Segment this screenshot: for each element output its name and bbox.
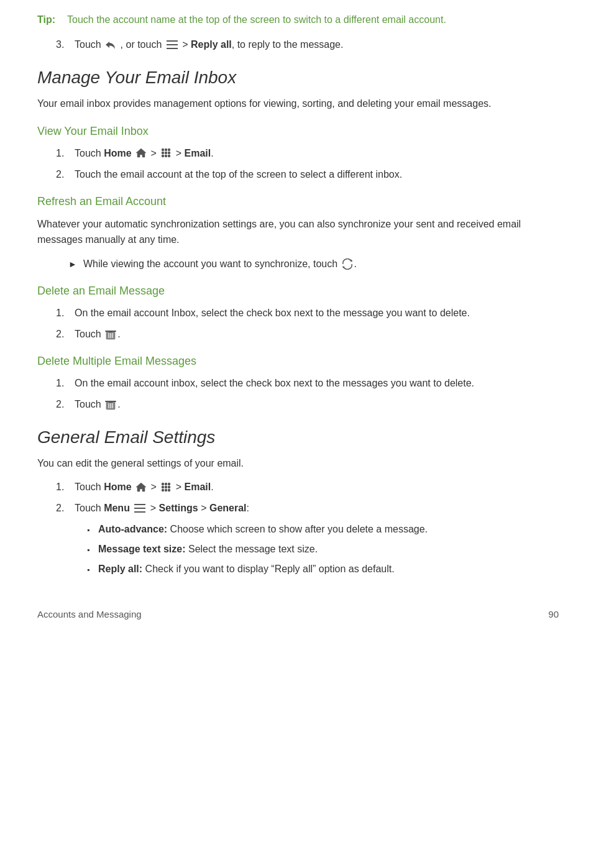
refresh-account-title: Refresh an Email Account bbox=[37, 193, 559, 210]
delete-msg-step2-num: 2. bbox=[56, 327, 71, 342]
sub-bullet-auto-advance: ▪ Auto-advance: Choose which screen to s… bbox=[87, 522, 559, 537]
auto-advance-term: Auto-advance: bbox=[98, 524, 167, 534]
delete-multi-step2-text: Touch . bbox=[75, 397, 121, 412]
gen-settings-step1: 1. Touch Home > > Email. bbox=[56, 480, 559, 495]
svg-rect-22 bbox=[105, 401, 116, 402]
sub-bullet-msg-text-size: ▪ Message text size: Select the message … bbox=[87, 542, 559, 557]
svg-point-10 bbox=[165, 155, 167, 157]
grid-icon-1 bbox=[160, 147, 172, 159]
delete-msg-step1-num: 1. bbox=[56, 306, 71, 321]
svg-rect-0 bbox=[167, 40, 178, 42]
general-settings-title: General Email Settings bbox=[37, 424, 559, 450]
delete-msg-step1-text: On the email account Inbox, select the c… bbox=[75, 306, 470, 321]
view-step1-num: 1. bbox=[56, 146, 71, 161]
view-inbox-title: View Your Email Inbox bbox=[37, 123, 559, 140]
svg-point-30 bbox=[165, 486, 167, 488]
svg-marker-12 bbox=[351, 259, 353, 262]
refresh-bullet-text: While viewing the account you want to sy… bbox=[83, 257, 357, 272]
email-keyword-2: Email bbox=[185, 482, 211, 492]
view-step1-text: Touch Home > > Email. bbox=[75, 146, 214, 161]
svg-point-31 bbox=[168, 486, 170, 488]
bullet-arrow-icon: ► bbox=[68, 258, 78, 271]
svg-marker-13 bbox=[342, 266, 344, 268]
gen-step1-text: Touch Home > > Email. bbox=[75, 480, 214, 495]
delete-message-title: Delete an Email Message bbox=[37, 283, 559, 299]
view-inbox-step1: 1. Touch Home > > Email. bbox=[56, 146, 559, 161]
sub-bullet-text-1: Auto-advance: Choose which screen to sho… bbox=[98, 522, 428, 537]
manage-inbox-desc: Your email inbox provides management opt… bbox=[37, 96, 559, 112]
page-footer: Accounts and Messaging 90 bbox=[37, 601, 559, 622]
svg-point-6 bbox=[162, 152, 164, 154]
svg-point-33 bbox=[165, 489, 167, 491]
general-settings-desc: You can edit the general settings of you… bbox=[37, 455, 559, 472]
gen-step2-text: Touch Menu > Settings > General: bbox=[75, 501, 249, 516]
sync-icon bbox=[342, 258, 353, 270]
svg-rect-36 bbox=[134, 508, 145, 509]
home-keyword-1: Home bbox=[104, 148, 131, 158]
sub-bullet-text-3: Reply all: Check if you want to display … bbox=[98, 562, 395, 577]
menu-keyword: Menu bbox=[104, 503, 130, 513]
svg-point-9 bbox=[162, 155, 164, 157]
gen-step1-num: 1. bbox=[56, 480, 71, 495]
view-step2-num: 2. bbox=[56, 167, 71, 182]
svg-point-3 bbox=[162, 148, 164, 151]
menu-icon-2 bbox=[133, 503, 147, 514]
delete-multi-step1: 1. On the email account inbox, select th… bbox=[56, 376, 559, 391]
svg-rect-1 bbox=[167, 44, 178, 45]
reply-icon bbox=[105, 40, 116, 50]
svg-point-28 bbox=[168, 483, 170, 485]
svg-rect-35 bbox=[134, 504, 145, 505]
delete-multi-step2-num: 2. bbox=[56, 397, 71, 412]
manage-inbox-title: Manage Your Email Inbox bbox=[37, 65, 559, 91]
svg-point-8 bbox=[168, 152, 170, 154]
msg-text-size-term: Message text size: bbox=[98, 544, 186, 554]
tip-label: Tip: bbox=[37, 12, 62, 27]
delete-multiple-title: Delete Multiple Email Messages bbox=[37, 353, 559, 370]
gen-step2-num: 2. bbox=[56, 501, 71, 516]
svg-point-7 bbox=[165, 152, 167, 154]
view-inbox-step2: 2. Touch the email account at the top of… bbox=[56, 167, 559, 182]
settings-keyword: Settings bbox=[159, 503, 198, 513]
gen-settings-step2: 2. Touch Menu > Settings > General: bbox=[56, 501, 559, 516]
home-icon-1 bbox=[135, 147, 147, 158]
sub-bullet-marker-2: ▪ bbox=[87, 544, 93, 555]
svg-point-4 bbox=[165, 148, 167, 151]
tip-block: Tip: Touch the account name at the top o… bbox=[37, 12, 559, 27]
trash-icon-1 bbox=[105, 328, 116, 340]
grid-icon-2 bbox=[160, 481, 172, 493]
step-3: 3. Touch , or touch > Reply all, to repl… bbox=[56, 37, 559, 52]
sub-bullet-reply-all: ▪ Reply all: Check if you want to displa… bbox=[87, 562, 559, 577]
delete-msg-step2-text: Touch . bbox=[75, 327, 121, 342]
svg-point-27 bbox=[165, 483, 167, 485]
footer-page-number: 90 bbox=[548, 608, 559, 622]
home-keyword-2: Home bbox=[104, 482, 131, 492]
step-3-text: Touch , or touch > Reply all, to reply t… bbox=[75, 37, 343, 52]
refresh-bullet: ► While viewing the account you want to … bbox=[68, 257, 559, 272]
svg-rect-16 bbox=[105, 331, 116, 332]
tip-text: Touch the account name at the top of the… bbox=[67, 12, 446, 27]
svg-point-11 bbox=[168, 155, 170, 157]
svg-point-29 bbox=[162, 486, 164, 488]
email-keyword-1: Email bbox=[185, 148, 211, 158]
reply-all-term: Reply all: bbox=[98, 564, 142, 574]
sub-bullet-marker-1: ▪ bbox=[87, 524, 93, 536]
svg-rect-2 bbox=[167, 48, 178, 49]
reply-all-label: Reply all bbox=[191, 39, 232, 50]
refresh-account-desc: Whatever your automatic synchronization … bbox=[37, 216, 559, 248]
sub-bullet-marker-3: ▪ bbox=[87, 564, 93, 575]
delete-multi-step1-num: 1. bbox=[56, 376, 71, 391]
delete-multi-step2: 2. Touch . bbox=[56, 397, 559, 412]
trash-icon-2 bbox=[105, 398, 116, 411]
sub-bullet-text-2: Message text size: Select the message te… bbox=[98, 542, 318, 557]
view-step2-text: Touch the email account at the top of th… bbox=[75, 167, 402, 182]
delete-msg-step1: 1. On the email account Inbox, select th… bbox=[56, 306, 559, 321]
svg-rect-37 bbox=[134, 511, 145, 513]
svg-point-34 bbox=[168, 489, 170, 491]
home-icon-2 bbox=[135, 482, 147, 493]
general-keyword: General bbox=[209, 503, 247, 513]
svg-point-32 bbox=[162, 489, 164, 491]
step-3-number: 3. bbox=[56, 37, 71, 52]
delete-msg-step2: 2. Touch . bbox=[56, 327, 559, 342]
menu-dots-icon bbox=[165, 39, 179, 50]
svg-point-26 bbox=[162, 483, 164, 485]
